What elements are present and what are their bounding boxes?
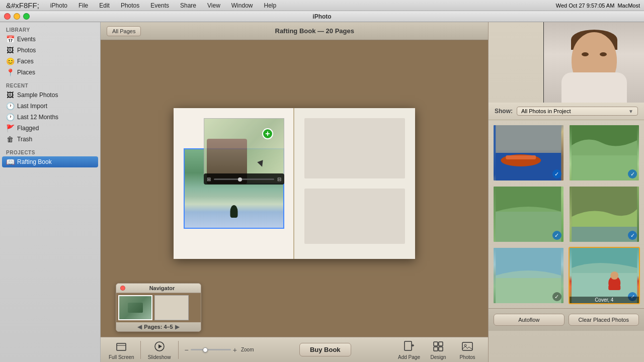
photo-check-2: ✓ — [628, 169, 637, 178]
book-page-right[interactable] — [294, 108, 415, 259]
right-panel-main: Show: All Photos in Project ▼ — [489, 103, 644, 331]
photo-thumb-6[interactable]: ✓ Cover, 4 — [569, 247, 640, 304]
flagged-icon: 🚩 — [6, 124, 14, 132]
svg-rect-16 — [506, 155, 536, 159]
slideshow-icon — [152, 339, 167, 353]
show-dropdown[interactable]: All Photos in Project ▼ — [517, 107, 638, 116]
add-page-icon — [402, 339, 416, 353]
sidebar-item-label: Last 12 Months — [17, 114, 58, 121]
recent-section-label: RECENT — [0, 81, 100, 89]
menu-edit[interactable]: Edit — [97, 1, 112, 10]
svg-rect-0 — [117, 343, 126, 350]
photo-zoom-slider-thumb — [238, 177, 242, 182]
navigator-footer: ◀ Pages: 4–5 ▶ — [116, 322, 201, 331]
app-menu-iphoto[interactable]: iPhoto — [48, 1, 69, 10]
system-username: MacMost — [617, 3, 640, 9]
svg-marker-2 — [158, 344, 162, 348]
menu-file[interactable]: File — [76, 1, 90, 10]
menu-share[interactable]: Share — [178, 1, 198, 10]
face-body — [561, 72, 627, 103]
nav-pages-label: Pages: 4–5 — [144, 324, 173, 330]
toolbar-divider-2 — [178, 341, 179, 359]
svg-point-28 — [610, 272, 618, 280]
sidebar-item-events[interactable]: 📅 Events — [0, 34, 100, 45]
menu-help[interactable]: Help — [262, 1, 278, 10]
photo-thumb-3[interactable]: ✓ — [493, 186, 565, 243]
sidebar-item-label: Trash — [17, 136, 32, 143]
show-label: Show: — [495, 108, 513, 115]
events-icon: 📅 — [6, 35, 14, 43]
sidebar-item-label: Places — [17, 69, 35, 76]
photo-thumb-2[interactable]: ✓ — [569, 124, 640, 182]
add-page-button[interactable]: Add Page — [396, 339, 422, 360]
photos-panel-label: Photos — [459, 354, 475, 360]
fullscreen-button[interactable]: Full Screen — [109, 339, 134, 360]
slideshow-button[interactable]: Slideshow — [147, 339, 172, 360]
titlebar: iPhoto — [0, 11, 644, 22]
nav-thumb-img-2 — [155, 296, 188, 320]
top-bar: All Pages Rafting Book — 20 Pages — [101, 22, 488, 40]
sidebar-item-last-import[interactable]: 🕐 Last Import — [0, 101, 100, 112]
clear-placed-photos-button[interactable]: Clear Placed Photos — [569, 314, 639, 326]
maximize-button[interactable] — [23, 13, 30, 20]
sidebar-item-places[interactable]: 📍 Places — [0, 67, 100, 78]
fullscreen-icon — [114, 339, 128, 353]
nav-prev-arrow[interactable]: ◀ — [137, 323, 142, 330]
nav-next-arrow[interactable]: ▶ — [175, 323, 180, 330]
autoflow-button[interactable]: Autoflow — [494, 314, 565, 326]
svg-rect-10 — [462, 342, 472, 350]
sidebar-item-last-12-months[interactable]: 🕐 Last 12 Months — [0, 112, 100, 123]
svg-rect-9 — [439, 347, 443, 351]
sidebar-item-flagged[interactable]: 🚩 Flagged — [0, 123, 100, 134]
dropdown-arrow-icon: ▼ — [628, 109, 633, 114]
sidebar-item-sample-photos[interactable]: 🖼 Sample Photos — [0, 89, 100, 101]
faces-icon: 😊 — [6, 57, 14, 65]
book-page-left[interactable]: + ⊞ ⊟ — [174, 108, 294, 259]
photos-button[interactable]: Photos — [455, 339, 480, 360]
all-pages-button[interactable]: All Pages — [107, 26, 141, 36]
navigator-thumb-active[interactable] — [118, 295, 152, 320]
rafting-book-icon: 📖 — [6, 158, 14, 166]
system-time: Wed Oct 27 9:57:05 AM — [556, 3, 615, 9]
sidebar-item-faces[interactable]: 😊 Faces — [0, 56, 100, 67]
navigator-title: Navigator — [127, 285, 197, 291]
zoom-label: Zoom — [241, 347, 254, 352]
main-content: All Pages Rafting Book — 20 Pages — [101, 22, 488, 362]
minimize-button[interactable] — [14, 13, 20, 20]
sidebar-item-rafting-book[interactable]: 📖 Rafting Book — [2, 156, 98, 167]
svg-rect-22 — [572, 227, 637, 242]
photo-thumb-4[interactable]: ✓ — [569, 186, 640, 243]
zoom-plus-icon[interactable]: + — [233, 346, 237, 354]
add-page-label: Add Page — [398, 354, 420, 360]
sidebar-item-label: Events — [17, 36, 36, 43]
sidebar-item-trash[interactable]: 🗑 Trash — [0, 134, 100, 145]
zoom-slider[interactable] — [191, 349, 231, 350]
apple-menu[interactable]: &#xF8FF; — [4, 0, 41, 11]
photo-thumb-5[interactable]: ✓ — [493, 247, 565, 304]
menu-photos[interactable]: Photos — [119, 1, 141, 10]
canvas-area: + ⊞ ⊟ — [101, 40, 488, 337]
zoom-minus-icon[interactable]: − — [185, 346, 189, 354]
navigator-close-button[interactable] — [120, 286, 125, 291]
photo-ctrl-left-icon: ⊞ — [207, 176, 211, 182]
svg-rect-8 — [434, 347, 438, 351]
menu-view[interactable]: View — [205, 1, 222, 10]
sidebar-item-photos[interactable]: 🖼 Photos — [0, 45, 100, 56]
system-icons: Wed Oct 27 9:57:05 AM MacMost — [556, 3, 640, 9]
buy-book-button[interactable]: Buy Book — [299, 343, 351, 356]
sidebar-item-label: Sample Photos — [17, 92, 58, 99]
webcam-overlay — [543, 22, 644, 103]
last-12-months-icon: 🕐 — [6, 113, 14, 121]
menu-events[interactable]: Events — [148, 1, 171, 10]
close-button[interactable] — [4, 13, 11, 20]
sidebar-item-label: Faces — [17, 58, 34, 65]
photo-thumb-1[interactable]: ✓ — [493, 124, 565, 182]
design-button[interactable]: Design — [426, 339, 451, 360]
navigator-thumb-2[interactable] — [154, 295, 189, 320]
photo-zoom-slider[interactable] — [214, 178, 274, 180]
svg-rect-3 — [405, 341, 412, 350]
svg-rect-6 — [434, 342, 438, 346]
menu-window[interactable]: Window — [229, 1, 255, 10]
places-icon: 📍 — [6, 68, 14, 76]
sidebar-item-label: Last Import — [17, 103, 47, 110]
